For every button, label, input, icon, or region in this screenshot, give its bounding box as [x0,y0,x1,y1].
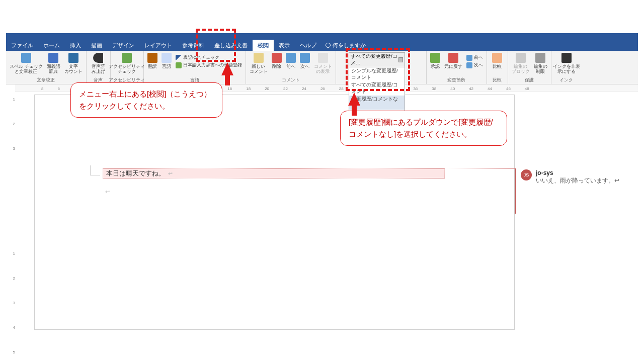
tab-view[interactable]: 表示 [274,40,295,51]
tab-insert[interactable]: 挿入 [65,40,86,51]
prev-icon [286,53,296,63]
group-changes: 承認 元に戻す 前へ 次へ 変更箇所 [427,51,487,84]
tab-design[interactable]: デザイン [107,40,139,51]
annotation-arrow-2 [348,93,360,106]
next-icon [466,62,472,68]
restrict-icon [535,53,545,63]
translate-button[interactable]: 翻訳 [146,52,159,70]
group-compare: 比較 比較 [487,51,508,84]
prev-icon [466,55,472,61]
callout-1: メニュー右上にある[校閲]（こうえつ）をクリックしてください。 [70,82,222,118]
callout-2: [変更履歴]欄にあるプルダウンで[変更履歴/コメントなし]を選択してください。 [340,111,507,146]
translate-icon [147,53,157,63]
paragraph-mark: ↩ [105,189,110,195]
group-protect: 編集の ブロック 編集の 制限 保護 [508,51,551,84]
annotation-box-review-tab [196,29,236,62]
tab-review[interactable]: 校閲 [253,40,274,51]
next-change-button[interactable]: 次へ [465,61,485,69]
wordcount-icon [68,53,78,63]
ribbon-tabs: ファイル ホーム 挿入 描画 デザイン レイアウト 参考資料 差し込み文書 校閲… [6,40,638,51]
restrict-edit-button[interactable]: 編集の 制限 [532,52,549,75]
change-bar [515,168,516,214]
next-icon [300,53,310,63]
group-label: 保護 [525,76,534,83]
delete-icon [272,53,282,63]
accept-button[interactable]: 承認 [429,52,442,70]
delete-comment-button[interactable]: 削除 [270,52,283,70]
group-comments: 新しい コメント 削除 前へ 次へ コメント の表示 コメント [246,51,336,84]
tracked-text[interactable]: 本日は晴天ですね。 [103,168,445,178]
lightbulb-icon [326,43,331,48]
group-label: 文章校正 [37,76,55,83]
compare-icon [492,53,502,63]
group-label: インク [559,76,573,83]
tab-home[interactable]: ホーム [38,40,65,51]
spellcheck-button[interactable]: スペル チェック と文章校正 [8,52,44,75]
tab-draw[interactable]: 描画 [86,40,107,51]
prev-change-button[interactable]: 前へ [465,54,485,61]
block-authors-button: 編集の ブロック [510,52,531,75]
next-comment-button[interactable]: 次へ [298,52,311,70]
read-aloud-button[interactable]: 音声読 み上げ [90,52,107,75]
ribbon-body: スペル チェック と文章校正 類義語 辞典 文字 カウント 文章校正 音声読 み… [6,51,638,84]
ime-icon [176,62,182,68]
new-comment-icon [254,53,264,63]
compare-button[interactable]: 比較 [491,52,504,70]
comment-author: jo-sys [536,169,619,176]
group-ink: インクを非表 示にする インク [551,51,582,84]
comment-text: いいえ、雨が降っています。↩ [536,176,619,185]
thesaurus-button[interactable]: 類義語 辞典 [45,52,62,75]
thesaurus-icon [48,53,58,63]
tab-file[interactable]: ファイル [6,40,38,51]
show-comments-button: コメント の表示 [312,52,334,75]
check-icon [176,55,182,61]
margin-mark [90,165,100,175]
spellcheck-icon [21,53,31,63]
accessibility-button[interactable]: アクセシビリティ チェック [107,52,146,75]
wordcount-button[interactable]: 文字 カウント [63,52,84,75]
group-proofing: スペル チェック と文章校正 類義語 辞典 文字 カウント 文章校正 [6,51,87,84]
group-label: 比較 [493,76,502,83]
accessibility-icon [122,53,132,63]
language-icon [162,53,172,63]
new-comment-button[interactable]: 新しい コメント [248,52,269,75]
hide-ink-button[interactable]: インクを非表 示にする [551,52,582,75]
reject-icon [448,53,458,63]
language-button[interactable]: 言語 [160,52,173,70]
tab-layout[interactable]: レイアウト [139,40,177,51]
prev-comment-button[interactable]: 前へ [284,52,297,70]
tab-help[interactable]: ヘルプ [295,40,321,51]
reject-button[interactable]: 元に戻す [443,52,464,70]
accept-icon [430,53,440,63]
avatar: JS [521,169,532,180]
speaker-icon [93,53,103,63]
ink-icon [561,53,572,63]
group-accessibility: アクセシビリティ チェック アクセシビリティ [111,51,144,84]
annotation-box-tracking-dropdown [346,48,410,91]
group-label: コメント [282,76,300,83]
annotation-arrow-1 [221,62,233,75]
show-comments-icon [318,53,328,63]
group-label: 変更箇所 [447,76,465,83]
vertical-ruler[interactable]: 12312345678910 [7,92,15,332]
block-icon [516,53,526,63]
title-bar [6,33,638,40]
comment-balloon[interactable]: JS jo-sys いいえ、雨が降っています。↩ [521,169,619,185]
